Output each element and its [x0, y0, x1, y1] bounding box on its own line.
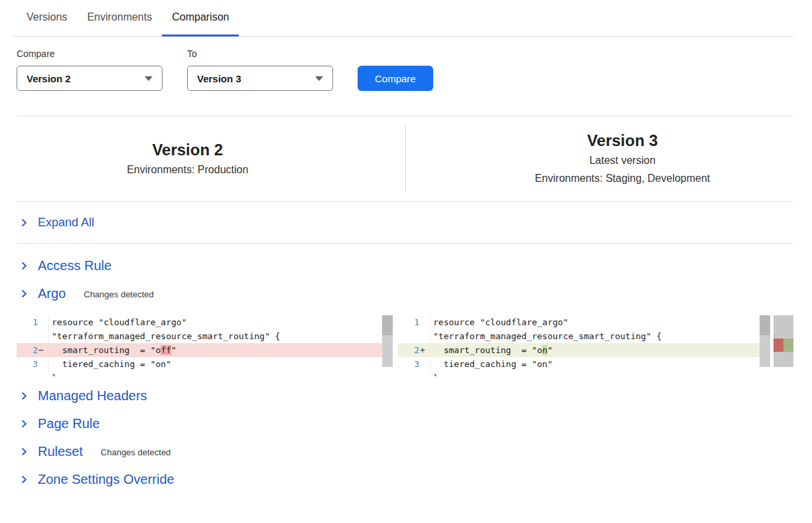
compare-label: Compare	[17, 48, 163, 59]
diff-line: 1resource "cloudflare_argo"	[398, 315, 760, 329]
section-label: Zone Settings Override	[38, 471, 174, 487]
version-right-latest: Latest version	[589, 151, 655, 169]
chevron-right-icon	[20, 392, 29, 400]
chevron-right-icon	[20, 262, 29, 270]
tab-bar: VersionsEnvironmentsComparison	[13, 0, 793, 37]
tab-versions[interactable]: Versions	[17, 0, 77, 37]
line-gutter: 1	[398, 315, 430, 329]
line-number: 1	[17, 315, 38, 329]
changes-detected-badge: Changes detected	[84, 287, 154, 299]
overview-addition-mark	[783, 338, 793, 352]
section-label: Ruleset	[38, 443, 83, 459]
code-text: "terraform_managed_resource_smart_routin…	[430, 329, 760, 343]
version-right-environments: Environments: Staging, Development	[535, 169, 710, 187]
line-number: 1	[398, 315, 419, 329]
compare-controls: Compare Version 2 To Version 3 Compare	[0, 37, 812, 91]
line-marker	[38, 315, 46, 329]
compare-button[interactable]: Compare	[358, 66, 433, 91]
line-number	[398, 329, 419, 343]
line-number	[17, 371, 38, 376]
diff-line: "terraform_managed_resource_smart_routin…	[398, 329, 760, 343]
diff-line: 1resource "cloudflare_argo"	[17, 315, 382, 329]
scrollbar-thumb[interactable]	[760, 315, 770, 335]
code-text: smart_routing = "off"	[48, 343, 382, 357]
version-right-title: Version 3	[587, 130, 658, 151]
diff-line: 3 tiered_caching = "on"	[17, 357, 382, 371]
version-left-environments: Environments: Production	[127, 161, 248, 179]
code-text: resource "cloudflare_argo"	[48, 315, 382, 329]
expand-all-label: Expand All	[38, 216, 94, 230]
line-marker	[419, 315, 427, 329]
tab-comparison[interactable]: Comparison	[162, 0, 239, 37]
line-number	[17, 329, 38, 343]
sections-list: Access RuleArgoChanges detected1resource…	[17, 252, 793, 493]
version-header-right: Version 3 Latest version Environments: S…	[405, 130, 794, 187]
diff-line: }	[398, 371, 760, 376]
vertical-scrollbar[interactable]	[382, 315, 393, 367]
line-gutter: 2+	[398, 343, 430, 357]
chevron-down-icon	[315, 76, 323, 81]
line-number: 3	[398, 357, 419, 371]
compare-to-select[interactable]: Version 3	[187, 66, 333, 91]
line-number: 2	[17, 343, 38, 357]
section-label: Argo	[38, 285, 66, 301]
chevron-right-icon	[20, 289, 29, 298]
diff-overview-gutter[interactable]	[774, 315, 793, 367]
section-row-ruleset[interactable]: RulesetChanges detected	[17, 437, 793, 465]
compare-from-group: Compare Version 2	[17, 48, 163, 91]
section-row-page-rule[interactable]: Page Rule	[17, 410, 793, 437]
addition-marker: +	[419, 343, 427, 357]
code-area-right[interactable]: 1resource "cloudflare_argo""terraform_ma…	[398, 315, 760, 376]
line-gutter	[398, 329, 430, 343]
section-label: Page Rule	[38, 415, 100, 431]
line-marker	[38, 329, 46, 343]
diff-line: 2− smart_routing = "off"	[17, 343, 382, 357]
line-marker	[38, 357, 46, 371]
scrollbar-thumb[interactable]	[382, 315, 393, 335]
code-text: smart_routing = "on"	[430, 343, 760, 357]
compare-from-select[interactable]: Version 2	[17, 66, 163, 91]
code-text: "terraform_managed_resource_smart_routin…	[48, 329, 382, 343]
diff-line: "terraform_managed_resource_smart_routin…	[17, 329, 382, 343]
tab-environments[interactable]: Environments	[77, 0, 162, 37]
code-text: }	[430, 371, 760, 376]
version-header-left: Version 2 Environments: Production	[17, 139, 405, 179]
section-row-argo[interactable]: ArgoChanges detected	[17, 279, 793, 307]
diff-panel-left: 1resource "cloudflare_argo""terraform_ma…	[17, 315, 393, 376]
changed-word: ff	[161, 345, 171, 355]
line-number: 3	[17, 357, 38, 371]
code-text: resource "cloudflare_argo"	[430, 315, 760, 329]
code-text: tiered_caching = "on"	[48, 357, 382, 371]
code-area-left[interactable]: 1resource "cloudflare_argo""terraform_ma…	[17, 315, 382, 376]
diff-line: 3 tiered_caching = "on"	[398, 357, 760, 371]
section-label: Managed Headers	[38, 388, 147, 404]
vertical-divider	[405, 125, 406, 192]
section-row-access-rule[interactable]: Access Rule	[17, 252, 793, 279]
vertical-scrollbar[interactable]	[760, 315, 770, 367]
line-marker	[419, 371, 427, 376]
compare-to-group: To Version 3	[187, 48, 333, 91]
compare-to-value: Version 3	[197, 73, 241, 84]
deletion-marker: −	[38, 343, 46, 357]
chevron-right-icon	[20, 218, 29, 227]
code-text: }	[48, 371, 382, 376]
line-gutter	[17, 371, 48, 376]
diff-line: 2+ smart_routing = "on"	[398, 343, 760, 357]
line-marker	[419, 329, 427, 343]
section-row-managed-headers[interactable]: Managed Headers	[17, 382, 793, 410]
version-left-title: Version 2	[152, 139, 223, 161]
overview-deletion-mark	[774, 338, 783, 352]
section-row-zone-settings-override[interactable]: Zone Settings Override	[17, 465, 793, 493]
line-gutter: 2−	[17, 343, 48, 357]
to-label: To	[187, 48, 333, 59]
line-marker	[38, 371, 46, 376]
diff-viewer: 1resource "cloudflare_argo""terraform_ma…	[17, 315, 793, 376]
line-gutter: 3	[398, 357, 430, 371]
line-gutter	[17, 329, 48, 343]
changes-detected-badge: Changes detected	[101, 445, 171, 457]
expand-all-row[interactable]: Expand All	[17, 201, 793, 244]
line-gutter: 1	[17, 315, 48, 329]
line-number	[398, 371, 419, 376]
chevron-right-icon	[20, 475, 29, 484]
line-marker	[419, 357, 427, 371]
